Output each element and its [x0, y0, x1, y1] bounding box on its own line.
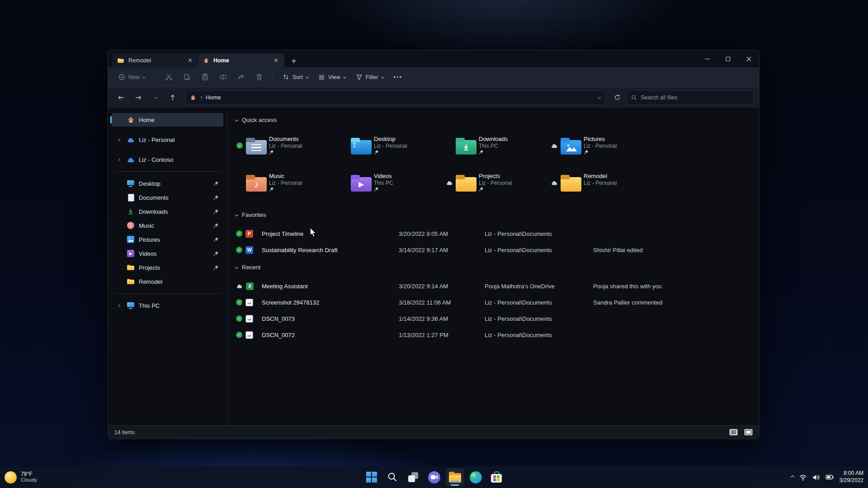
volume-icon[interactable] — [812, 474, 820, 481]
tile-downloads[interactable]: Downloads This PC — [445, 131, 550, 160]
tray-overflow-button[interactable] — [791, 476, 794, 479]
file-name: Sustainability Research Draft — [262, 247, 399, 253]
tile-location: Liz - Personal — [269, 180, 302, 186]
sidebar-item-liz-contoso[interactable]: Liz - Contoso — [112, 153, 223, 166]
weather-widget[interactable]: 78°F Cloudy — [5, 471, 37, 483]
quick-access-header[interactable]: Quick access — [236, 114, 750, 125]
sidebar-label: Projects — [139, 264, 160, 271]
weather-temp: 78°F — [21, 471, 37, 477]
chat-button[interactable] — [425, 468, 443, 486]
file-row-meeting-assistant[interactable]: X Meeting Assistant 3/20/2022 9:14 AM Po… — [236, 278, 750, 294]
search-box[interactable] — [626, 90, 754, 105]
share-button[interactable] — [233, 70, 249, 84]
task-view-button[interactable] — [404, 468, 422, 486]
file-row-project-timeline[interactable]: ✓ P Project Timeline 3/20/2022 8:05 AM L… — [236, 225, 750, 242]
tile-documents[interactable]: ✓ Documents Liz - Personal — [236, 131, 340, 160]
paste-button[interactable] — [197, 70, 213, 84]
expand-chevron-icon[interactable] — [114, 305, 123, 307]
chevron-down-icon — [142, 75, 146, 79]
documents-folder-icon — [246, 135, 267, 156]
item-count: 14 items — [114, 429, 135, 436]
scissors-icon — [165, 73, 173, 81]
edge-button[interactable] — [467, 468, 485, 486]
sidebar-item-pictures[interactable]: Pictures — [112, 233, 223, 246]
recent-header[interactable]: Recent — [236, 262, 750, 272]
image-file-icon — [245, 331, 253, 339]
file-row-dscn-0073[interactable]: ✓ DSCN_0073 1/14/2022 9:36 AM Liz - Pers… — [236, 310, 750, 327]
breadcrumb-segment[interactable]: Home — [206, 94, 221, 101]
tile-desktop[interactable]: Desktop Liz - Personal — [340, 131, 445, 160]
forward-button[interactable] — [131, 90, 146, 105]
expand-chevron-icon[interactable] — [114, 159, 123, 161]
pin-icon — [213, 195, 219, 200]
address-dropdown-icon[interactable] — [598, 96, 601, 99]
file-row-screenshot[interactable]: ✓ Screenshot 29478132 3/18/2022 11:06 AM… — [236, 294, 750, 310]
file-name: Screenshot 29478132 — [262, 299, 399, 306]
expand-chevron-icon[interactable] — [114, 139, 123, 141]
sidebar-item-remodel[interactable]: Remodel — [112, 275, 223, 288]
sidebar-item-liz-personal[interactable]: Liz - Personal — [112, 133, 223, 146]
search-button[interactable] — [383, 468, 401, 486]
collapse-chevron-icon — [235, 118, 238, 121]
filter-button[interactable]: Filter — [352, 71, 388, 83]
tile-music[interactable]: ♪ Music Liz - Personal — [236, 168, 340, 197]
refresh-button[interactable] — [610, 90, 624, 105]
pin-icon — [213, 265, 219, 270]
copy-button[interactable] — [179, 70, 195, 84]
sidebar-item-home[interactable]: Home — [112, 113, 223, 127]
more-options-button[interactable] — [390, 70, 406, 84]
new-button[interactable]: New — [114, 71, 149, 83]
sidebar-item-this-pc[interactable]: This PC — [112, 299, 223, 312]
tile-pictures[interactable]: Pictures Liz - Personal — [550, 131, 655, 160]
sidebar-label: Desktop — [139, 180, 160, 187]
tab-remodel[interactable]: Remodel — [113, 53, 198, 67]
close-tab-icon[interactable] — [272, 56, 280, 65]
sidebar-item-videos[interactable]: ▶ Videos — [112, 247, 223, 260]
maximize-button[interactable] — [717, 50, 738, 67]
videos-icon: ▶ — [127, 249, 135, 258]
tab-home[interactable]: Home — [198, 53, 284, 67]
store-button[interactable] — [487, 468, 505, 486]
new-tab-button[interactable] — [287, 55, 301, 67]
large-thumbnails-view-button[interactable] — [744, 429, 753, 436]
back-button[interactable] — [113, 90, 129, 105]
file-name: DSCN_0073 — [262, 315, 399, 322]
wifi-icon[interactable] — [799, 474, 807, 481]
tile-projects[interactable]: Projects Liz - Personal — [445, 168, 550, 197]
battery-icon[interactable] — [826, 474, 834, 480]
start-button[interactable] — [363, 468, 381, 486]
cut-button[interactable] — [160, 70, 177, 84]
downloads-icon — [127, 207, 135, 216]
breadcrumb[interactable]: Home — [185, 90, 605, 105]
search-icon — [387, 472, 398, 483]
view-button[interactable]: View — [314, 71, 350, 83]
minimize-button[interactable] — [697, 50, 717, 67]
sidebar-item-projects[interactable]: Projects — [112, 261, 223, 274]
details-view-button[interactable] — [729, 429, 738, 436]
quick-access-tiles: ✓ Documents Liz - Personal Desktop Liz -… — [236, 131, 750, 205]
sidebar-item-documents[interactable]: Documents — [112, 191, 223, 204]
file-explorer-button[interactable] — [446, 468, 464, 486]
sidebar-item-downloads[interactable]: Downloads — [112, 205, 223, 218]
tile-remodel[interactable]: Remodel Liz - Personal — [550, 168, 655, 197]
tile-name: Downloads — [479, 136, 508, 142]
file-date: 1/13/2022 1:27 PM — [399, 332, 485, 338]
favorites-header[interactable]: Favorites — [236, 209, 750, 220]
sidebar-item-music[interactable]: ♪ Music — [112, 219, 223, 232]
clock[interactable]: 8:00 AM 3/29/2022 — [840, 470, 863, 484]
rename-button[interactable] — [215, 70, 231, 84]
sidebar-item-desktop[interactable]: Desktop — [112, 177, 223, 190]
file-row-dscn-0072[interactable]: ✓ DSCN_0072 1/13/2022 1:27 PM Liz - Pers… — [236, 327, 750, 343]
close-button[interactable] — [738, 50, 759, 67]
pin-icon — [213, 251, 219, 256]
pin-icon — [213, 237, 219, 242]
close-tab-icon[interactable] — [186, 56, 194, 65]
recent-locations-button[interactable] — [148, 90, 163, 105]
recent-list: X Meeting Assistant 3/20/2022 9:14 AM Po… — [236, 278, 750, 343]
up-button[interactable] — [165, 90, 180, 105]
tile-videos[interactable]: ▶ Videos This PC — [340, 168, 445, 197]
search-input[interactable] — [641, 94, 749, 101]
file-row-sustainability-research-draft[interactable]: ✓ W Sustainability Research Draft 3/14/2… — [236, 242, 750, 258]
sort-button[interactable]: Sort — [278, 71, 312, 83]
delete-button[interactable] — [251, 70, 267, 84]
